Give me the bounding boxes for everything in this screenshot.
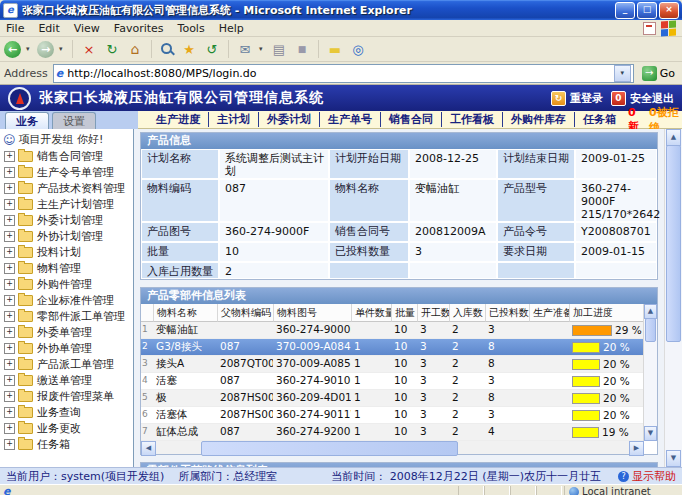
expand-icon[interactable] bbox=[4, 151, 15, 162]
nav-item[interactable]: 工作看板 bbox=[441, 112, 502, 127]
sidebar-item[interactable]: 任务箱 bbox=[0, 436, 133, 452]
expand-icon[interactable] bbox=[4, 343, 15, 354]
relogin-button[interactable]: ↻ 重登录 bbox=[551, 91, 603, 106]
table-row[interactable]: 4 活塞 087 360-274-9010F 1 10 3 2 3 20 % bbox=[141, 373, 644, 390]
expand-icon[interactable] bbox=[4, 375, 15, 386]
expand-icon[interactable] bbox=[4, 359, 15, 370]
sidebar-item[interactable]: 销售合同管理 bbox=[0, 148, 133, 164]
expand-icon[interactable] bbox=[4, 167, 15, 178]
print-icon[interactable]: ▤ bbox=[270, 40, 288, 58]
search-icon[interactable] bbox=[159, 41, 175, 57]
sidebar-item[interactable]: 外委单管理 bbox=[0, 324, 133, 340]
table-row[interactable]: 2 G3/8接头 087 370-009-A0840 1 10 3 2 8 20… bbox=[141, 339, 644, 356]
sidebar-item[interactable]: 外协单管理 bbox=[0, 340, 133, 356]
scroll-up-icon[interactable]: ▲ bbox=[644, 304, 657, 319]
sidebar-item[interactable]: 主生产计划管理 bbox=[0, 196, 133, 212]
refresh-icon[interactable]: ↻ bbox=[103, 40, 121, 58]
sidebar-item[interactable]: 外委计划管理 bbox=[0, 212, 133, 228]
table-row[interactable]: 7 缸体总成 087 360-274-9200F 1 10 3 2 4 19 % bbox=[141, 424, 644, 441]
column-header[interactable]: 批量 bbox=[391, 304, 417, 322]
back-icon[interactable]: ← bbox=[4, 41, 21, 58]
nav-item[interactable]: 外购件库存 bbox=[502, 112, 574, 127]
scroll-down-icon[interactable]: ▼ bbox=[644, 426, 657, 441]
back-dropdown-icon[interactable]: ▾ bbox=[26, 45, 32, 53]
expand-icon[interactable] bbox=[4, 247, 15, 258]
history-icon[interactable]: ↺ bbox=[203, 40, 221, 58]
forward-dropdown-icon[interactable]: ▾ bbox=[59, 45, 65, 53]
menu-item[interactable]: View bbox=[74, 22, 100, 35]
horizontal-scrollbar[interactable]: ◀ ▶ bbox=[141, 441, 644, 454]
sidebar-item[interactable]: 报废件管理菜单 bbox=[0, 388, 133, 404]
scroll-down-icon[interactable]: ▼ bbox=[666, 450, 681, 467]
sidebar-item[interactable]: 缴送单管理 bbox=[0, 372, 133, 388]
sidebar-item[interactable]: 产品技术资料管理 bbox=[0, 180, 133, 196]
home-icon[interactable]: ⌂ bbox=[126, 40, 144, 58]
menu-item[interactable]: Favorites bbox=[114, 22, 164, 35]
logout-button[interactable]: 0 安全退出 bbox=[611, 91, 674, 106]
menu-item[interactable]: File bbox=[6, 22, 24, 35]
column-header[interactable]: 入库数 bbox=[449, 304, 485, 322]
address-dropdown-icon[interactable]: ▾ bbox=[614, 65, 631, 82]
expand-icon[interactable] bbox=[4, 439, 15, 450]
tab-business[interactable]: 业务 bbox=[5, 112, 49, 129]
close-button[interactable]: × bbox=[659, 2, 679, 19]
go-button[interactable]: → Go bbox=[639, 66, 678, 81]
expand-icon[interactable] bbox=[4, 327, 15, 338]
nav-item[interactable]: 生产单号 bbox=[319, 112, 380, 127]
nav-item[interactable]: 主计划 bbox=[208, 112, 258, 127]
mail-icon[interactable]: ✉ bbox=[236, 40, 254, 58]
table-row[interactable]: 3 接头A 2087QT002 370-009-A0850 1 10 3 2 8… bbox=[141, 356, 644, 373]
menu-item[interactable]: Edit bbox=[38, 22, 59, 35]
nav-item[interactable]: 销售合同 bbox=[380, 112, 441, 127]
sidebar-item[interactable]: 外协计划管理 bbox=[0, 228, 133, 244]
expand-icon[interactable] bbox=[4, 199, 15, 210]
table-row[interactable]: 5 极 2087HS002 360-209-4D010 1 10 3 2 8 2… bbox=[141, 390, 644, 407]
scroll-thumb[interactable] bbox=[645, 318, 656, 342]
expand-icon[interactable] bbox=[4, 263, 15, 274]
sidebar-item[interactable]: 外购件管理 bbox=[0, 276, 133, 292]
expand-icon[interactable] bbox=[4, 423, 15, 434]
favorites-icon[interactable]: ★ bbox=[180, 40, 198, 58]
expand-icon[interactable] bbox=[4, 391, 15, 402]
column-header[interactable]: 加工进度 bbox=[569, 304, 644, 322]
sidebar-item[interactable]: 物料管理 bbox=[0, 260, 133, 276]
scroll-thumb[interactable] bbox=[666, 145, 681, 342]
column-header[interactable]: 生产准备 bbox=[529, 304, 569, 322]
expand-icon[interactable] bbox=[4, 295, 15, 306]
menu-item[interactable]: Tools bbox=[178, 22, 205, 35]
table-vertical-scrollbar[interactable]: ▲ ▼ bbox=[643, 304, 657, 441]
table-row[interactable]: 1 变幅油缸 360-274-9000F 10 3 2 3 29 % bbox=[141, 322, 644, 339]
menu-item[interactable]: Help bbox=[219, 22, 244, 35]
column-header[interactable]: 单件数量 bbox=[351, 304, 391, 322]
scroll-thumb[interactable] bbox=[201, 441, 458, 456]
column-header[interactable]: 已投料数 bbox=[485, 304, 529, 322]
expand-icon[interactable] bbox=[4, 215, 15, 226]
nav-item[interactable]: 任务箱 bbox=[574, 112, 624, 127]
scroll-up-icon[interactable]: ▲ bbox=[666, 129, 681, 146]
notes-icon[interactable]: ▬ bbox=[326, 40, 344, 58]
mail-dropdown-icon[interactable]: ▾ bbox=[259, 45, 265, 53]
column-header[interactable]: 父物料编码 bbox=[217, 304, 273, 322]
minimize-button[interactable]: _ bbox=[615, 2, 635, 19]
table-row[interactable]: 6 活塞体 2087HS002 360-274-9011W 1 10 3 2 3… bbox=[141, 407, 644, 424]
expand-icon[interactable] bbox=[4, 183, 15, 194]
sidebar-item[interactable]: 企业标准件管理 bbox=[0, 292, 133, 308]
messenger-icon[interactable]: ◎ bbox=[349, 40, 367, 58]
sidebar-item[interactable]: 生产令号单管理 bbox=[0, 164, 133, 180]
sidebar-item[interactable]: 产品派工单管理 bbox=[0, 356, 133, 372]
tab-settings[interactable]: 设置 bbox=[52, 112, 96, 129]
column-header[interactable]: 开工数 bbox=[417, 304, 449, 322]
scroll-left-icon[interactable]: ◀ bbox=[141, 441, 156, 456]
sidebar-item[interactable]: 业务更改 bbox=[0, 420, 133, 436]
nav-item[interactable]: 外委计划 bbox=[258, 112, 319, 127]
show-help-link[interactable]: ? 显示帮助 bbox=[618, 469, 676, 484]
page-vertical-scrollbar[interactable]: ▲ ▼ bbox=[664, 129, 682, 467]
column-header[interactable]: 物料图号 bbox=[273, 304, 351, 322]
sidebar-item[interactable]: 零部件派工单管理 bbox=[0, 308, 133, 324]
expand-icon[interactable] bbox=[4, 279, 15, 290]
maximize-button[interactable]: □ bbox=[637, 2, 657, 19]
expand-icon[interactable] bbox=[4, 231, 15, 242]
column-header[interactable] bbox=[141, 304, 153, 322]
address-input[interactable]: e http://localhost:8080/MPS/login.do ▾ bbox=[53, 64, 634, 83]
sidebar-item[interactable]: 投料计划 bbox=[0, 244, 133, 260]
